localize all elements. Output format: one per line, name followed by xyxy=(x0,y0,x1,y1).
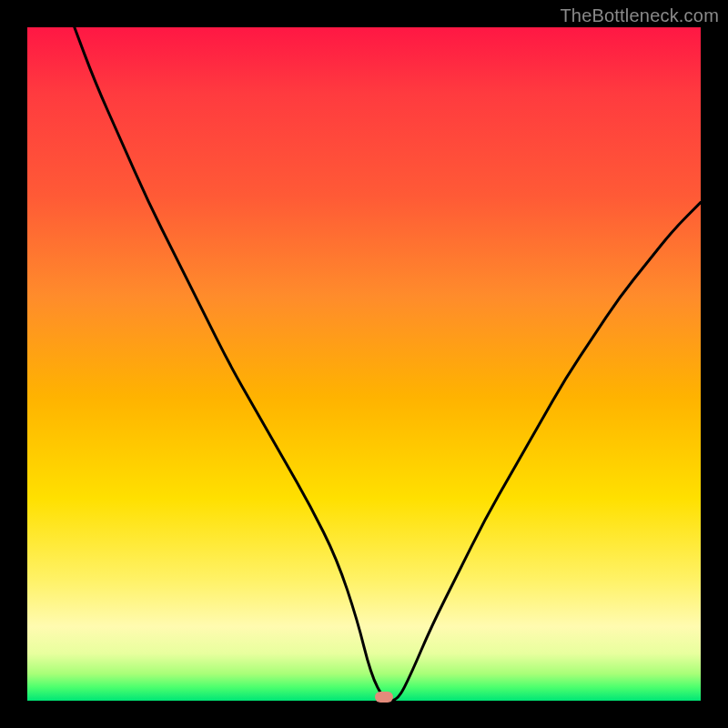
optimum-marker xyxy=(375,692,393,703)
bottleneck-curve xyxy=(27,27,701,701)
plot-area xyxy=(27,27,701,701)
watermark-text: TheBottleneck.com xyxy=(560,5,719,26)
chart-stage: TheBottleneck.com xyxy=(0,0,728,728)
